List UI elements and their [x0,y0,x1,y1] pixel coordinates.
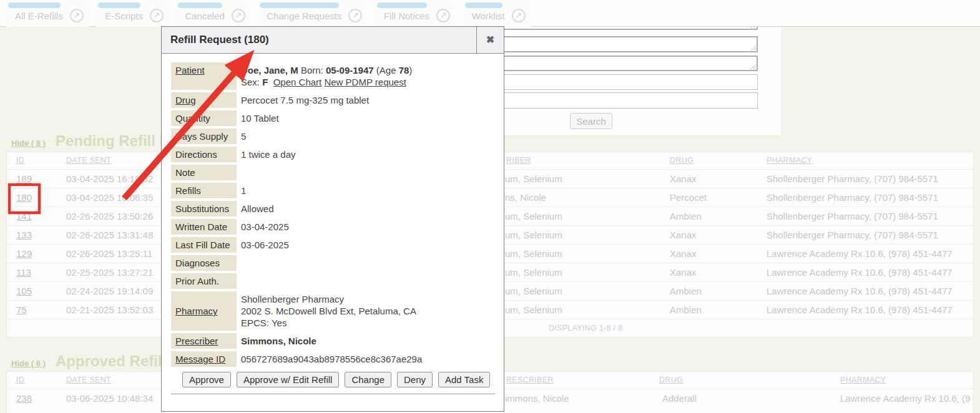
sex-label: Sex: [241,77,260,87]
open-in-new-icon[interactable]: ↗ [348,9,362,22]
open-in-new-icon[interactable]: ↗ [512,9,526,22]
prescriber-cell: um, Selenium [505,170,562,188]
pharmacy-cell: Shollenberger Pharmacy, (707) 984-5571 [767,188,938,207]
add-task-button[interactable]: Add Task [438,372,490,387]
refill-id-link[interactable]: 238 [16,389,32,408]
drug-cell: Xanax [670,263,697,282]
change-button[interactable]: Change [345,372,391,387]
refills-label: Refills [171,183,237,198]
tab-worklist[interactable]: Worklist ↗ [463,1,531,27]
field-row-diagnoses: Diagnoses [171,255,495,271]
date-sent-cell: 03-04-2025 16:06:35 [66,188,153,207]
col-header-drug[interactable]: DRUG [659,372,683,389]
pharmacy-label-link[interactable]: Pharmacy [171,291,237,331]
tab-change-requests[interactable]: Change Requests ↗ [258,1,368,27]
deny-button[interactable]: Deny [397,372,433,387]
open-in-new-icon[interactable]: ↗ [436,9,450,22]
pharmacy-cell: Lawrence Academy Rx 10.6, (978) 451-4477 [767,263,953,282]
pharmacy-epcs: EPCS: Yes [241,317,416,329]
refill-id-link[interactable]: 105 [16,282,32,301]
field-row-message-id: Message ID 056727689a9043ab8978556ce8c36… [171,351,495,367]
date-sent-cell: 02-25-2025 13:27:21 [66,263,153,282]
prescriber-cell: um, Selenium [505,301,562,319]
date-sent-cell: 03-04-2025 16:18:52 [66,170,153,188]
col-header-pharmacy[interactable]: PHARMACY [840,372,886,389]
patient-value: Doe, Jane, M Born: 05-09-1947 (Age 78) S… [237,62,412,90]
open-in-new-icon[interactable]: ↗ [70,9,84,22]
pharmacy-cell: Lawrence Academy Rx 10.6, (978) 451-4477 [767,301,953,319]
quantity-label: Quantity [171,110,237,126]
open-in-new-icon[interactable]: ↗ [150,9,164,22]
field-row-pharmacy: Pharmacy Shollenberger Pharmacy 2002 S. … [171,291,495,331]
col-header-id[interactable]: ID [16,372,24,389]
directions-label: Directions [171,147,237,162]
substitutions-label: Substitutions [171,201,237,216]
open-chart-link[interactable]: Open Chart [273,77,322,87]
drug-label-link[interactable]: Drug [171,92,237,108]
prescriber-name: Simmons, Nicole [241,336,316,346]
displaying-count: DISPLAYING 1-8 / 8 [549,319,622,337]
search-button[interactable]: Search [570,113,612,129]
refills-value: 1 [237,183,246,198]
close-icon[interactable]: ✖ [476,27,504,53]
tab-label: Change Requests [267,11,341,21]
drug-cell: Percocet [670,188,707,207]
patient-label-link[interactable]: Patient [171,62,237,90]
field-row-prior-auth: Prior Auth. [171,273,495,289]
pharmacy-cell: Shollenberger Pharmacy, (707) 984-5571 [767,226,938,245]
prescriber-cell: immons, Nicole [505,389,569,408]
refill-id-link[interactable]: 113 [16,263,31,282]
open-in-new-icon[interactable]: ↗ [232,9,245,22]
tab-bar: All E-Refills ↗ E-Scripts ↗ Canceled ↗ C… [0,0,980,27]
approve-button[interactable]: Approve [182,372,231,387]
prescriber-label-link[interactable]: Prescriber [171,333,237,349]
col-header-id[interactable]: ID [16,152,24,169]
drug-cell: Xanax [670,245,697,263]
field-row-patient: Patient Doe, Jane, M Born: 05-09-1947 (A… [171,62,495,90]
hide-pending-link[interactable]: Hide ( 8 ) [11,138,46,148]
note-label: Note [171,165,237,180]
message-id-label-link[interactable]: Message ID [171,351,237,367]
tab-e-scripts[interactable]: E-Scripts ↗ [96,1,169,27]
modal-footer-divider [171,394,495,394]
diagnoses-label: Diagnoses [171,255,237,271]
field-row-refills: Refills 1 [171,183,495,198]
refill-id-link[interactable]: 141 [16,207,32,226]
field-row-days-supply: Days Supply 5 [171,129,495,144]
days-supply-label: Days Supply [171,129,237,144]
refill-id-link[interactable]: 133 [16,226,32,245]
substitutions-value: Allowed [237,201,274,216]
pharmacy-address: 2002 S. McDowell Blvd Ext, Petaluma, CA [241,305,416,317]
col-header-date-sent[interactable]: DATE SENT [66,152,111,169]
tab-all-e-refills[interactable]: All E-Refills ↗ [6,1,89,27]
tab-label: Canceled [185,11,224,21]
drug-cell: Xanax [670,170,697,188]
tab-label: Worklist [472,11,505,21]
new-pdmp-request-link[interactable]: New PDMP request [324,77,406,87]
tab-fill-notices[interactable]: Fill Notices ↗ [375,1,456,27]
col-header-prescriber[interactable]: RIBER [506,152,531,169]
prescriber-cell: um, Selenium [505,226,562,245]
patient-sex: F [262,77,268,87]
refill-id-link[interactable]: 180 [16,188,32,207]
col-header-pharmacy[interactable]: PHARMACY [767,152,812,169]
col-header-prescriber[interactable]: RESCRIBER [506,372,554,389]
field-row-directions: Directions 1 twice a day [171,147,495,162]
col-header-date-sent[interactable]: DATE SENT [66,372,111,389]
refill-id-link[interactable]: 129 [16,245,32,263]
days-supply-value: 5 [237,129,246,144]
modal-body: Patient Doe, Jane, M Born: 05-09-1947 (A… [162,54,504,394]
date-sent-cell: 02-24-2025 19:14:09 [66,282,153,301]
tab-canceled[interactable]: Canceled ↗ [176,1,250,27]
field-row-prescriber: Prescriber Simmons, Nicole [171,333,495,349]
tab-label: All E-Refills [15,11,63,21]
refill-id-link[interactable]: 75 [16,301,27,319]
refill-id-link[interactable]: 189 [16,170,32,188]
written-date-label: Written Date [171,219,237,235]
col-header-drug[interactable]: DRUG [670,152,693,169]
hide-approved-link[interactable]: Hide ( 6 ) [11,359,46,368]
pharmacy-cell: Shollenberger Pharmacy, (707) 984-5571 [767,170,938,188]
field-row-drug: Drug Percocet 7.5 mg-325 mg tablet [171,92,495,108]
pharmacy-cell: Lawrence Academy Rx 10.6, (9 [840,389,970,408]
approve-with-edit-refill-button[interactable]: Approve w/ Edit Refill [237,372,340,387]
